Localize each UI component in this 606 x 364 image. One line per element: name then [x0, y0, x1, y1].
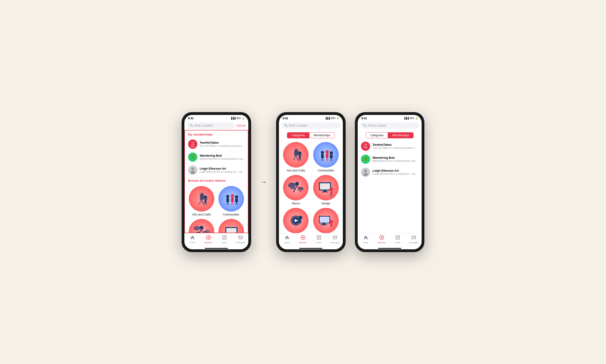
svg-text:TAKES: TAKES: [363, 147, 368, 148]
seg-memberships-3[interactable]: Memberships: [388, 132, 413, 138]
svg-line-66: [322, 158, 323, 161]
tab-messages-2[interactable]: messages: [327, 235, 343, 244]
phone-2-content: Arts and Crafts: [279, 140, 343, 233]
tab-discover-2[interactable]: discover: [295, 235, 311, 244]
tab-posts-1[interactable]: posts: [216, 235, 232, 244]
tab-home-2[interactable]: home: [279, 235, 295, 244]
member-name-3-3: Leigh Ellexson Art: [373, 169, 418, 172]
list-item[interactable]: 🌿 Wandering Bud Wandering Bud is creatin…: [185, 151, 248, 164]
tab-bar-2: home discover posts: [279, 233, 343, 247]
member-info: TwoHotTakes Two Hot Takes is creating po…: [200, 141, 245, 147]
svg-line-70: [331, 158, 332, 161]
svg-rect-55: [299, 155, 301, 159]
messages-icon-2: [333, 235, 337, 241]
tab-messages-3[interactable]: messages: [406, 235, 422, 244]
seg-categories-2[interactable]: Categories: [287, 132, 309, 138]
tab-home-1[interactable]: home: [184, 235, 200, 244]
category-dance-2[interactable]: Dance: [282, 175, 309, 205]
svg-rect-15: [205, 199, 206, 203]
search-bar-1: 🔍 Find a creator Cancel: [184, 121, 248, 130]
category-tech-2[interactable]: Technology: [312, 208, 340, 233]
member-desc-3-2: Wandering Bud is creating playful, hig..…: [373, 159, 418, 162]
category-communities-2[interactable]: Communities: [312, 142, 340, 172]
svg-point-14: [204, 195, 207, 199]
tab-label-messages-2: messages: [330, 241, 340, 244]
category-design-1[interactable]: [218, 219, 245, 233]
svg-line-27: [232, 202, 232, 205]
cancel-button-1[interactable]: Cancel: [236, 124, 245, 127]
svg-point-61: [325, 150, 329, 153]
svg-line-67: [326, 158, 327, 161]
svg-point-108: [363, 173, 368, 176]
svg-rect-76: [324, 190, 326, 192]
member-info-3-1: TwoHotTakes Two Hot Takes is creating po…: [373, 143, 418, 149]
category-img-communities-2: [313, 142, 339, 168]
svg-rect-51: [295, 149, 297, 150]
list-item[interactable]: Leigh Ellexson Art Leigh Ellexson Art is…: [358, 166, 422, 179]
category-label-arts-2: Arts and Crafts: [286, 169, 305, 172]
svg-rect-92: [330, 224, 332, 227]
avatar-wb-1: 🌿: [188, 153, 197, 162]
category-label-design-2: Design: [322, 202, 330, 205]
tab-discover-1[interactable]: discover: [200, 235, 216, 244]
tab-label-messages-1: messages: [236, 241, 245, 244]
category-arts-2[interactable]: Arts and Crafts: [282, 142, 309, 172]
category-video-2[interactable]: Film & Video: [282, 208, 309, 233]
tab-home-3[interactable]: home: [358, 235, 374, 244]
svg-rect-86: [299, 220, 301, 223]
category-label-communities-1: Communities: [223, 213, 239, 216]
seg-categories-3[interactable]: Categories: [366, 132, 388, 138]
tab-label-discover-2: discover: [299, 241, 307, 244]
tab-messages-1[interactable]: messages: [232, 235, 248, 244]
posts-icon-3: [395, 235, 400, 241]
category-img-design-2: [313, 175, 339, 200]
tab-discover-3[interactable]: discover: [374, 235, 390, 244]
search-bar-2: 🔍 Find a creator: [279, 121, 343, 130]
browse-themes-label: Browse all creator themes: [185, 177, 248, 184]
phone-2: 9:41 ▐▐▐ WiFi 🔋 🔍 Find a creator Categor…: [276, 112, 346, 252]
svg-point-43: [208, 237, 209, 238]
list-item[interactable]: 🌿 Wandering Bud Wandering Bud is creatin…: [358, 153, 422, 166]
home-bar-1: [205, 248, 228, 249]
member-desc: Leigh Ellexson Art is creating art + vid…: [200, 170, 245, 173]
member-desc: Wandering Bud is creating playful, hig..…: [200, 157, 245, 160]
svg-point-8: [190, 171, 195, 174]
category-label-arts-1: Arts and Crafts: [192, 213, 211, 216]
search-icon-2: 🔍: [284, 124, 287, 127]
svg-line-26: [228, 202, 229, 205]
discover-icon-1: [206, 235, 211, 241]
svg-rect-89: [320, 217, 329, 223]
tab-label-posts-2: posts: [316, 241, 322, 244]
category-arts-1[interactable]: Arts and Crafts: [188, 186, 215, 216]
svg-point-7: [191, 168, 194, 170]
status-icons-1: ▐▐▐ WiFi 🔋: [231, 117, 245, 119]
category-dance-1[interactable]: [188, 219, 215, 233]
svg-line-65: [322, 158, 322, 161]
category-communities-1[interactable]: Communities: [218, 186, 245, 216]
tab-label-home-2: home: [284, 241, 290, 244]
svg-point-54: [298, 152, 301, 155]
list-item[interactable]: TWO HOT TAKES TwoHotTakes Two Hot Takes …: [358, 140, 422, 153]
category-grid-2: Arts and Crafts: [279, 140, 343, 233]
seg-memberships-2[interactable]: Memberships: [309, 132, 335, 138]
list-item[interactable]: Leigh Ellexson Art Leigh Ellexson Art is…: [185, 164, 248, 177]
svg-line-30: [236, 202, 237, 205]
search-input-wrap-3[interactable]: 🔍 Find a creator: [361, 122, 419, 129]
category-img-design-1: [219, 219, 244, 233]
category-design-2[interactable]: Design: [312, 175, 340, 205]
tab-posts-2[interactable]: posts: [311, 235, 327, 244]
search-input-wrap-1[interactable]: 🔍 Find a creator: [187, 122, 234, 129]
list-item[interactable]: TWO HOT TAKES TwoHotTakes Two Hot Takes …: [185, 138, 248, 151]
time-2: 9:41: [283, 117, 288, 120]
tab-posts-3[interactable]: posts: [390, 235, 406, 244]
svg-line-25: [227, 202, 228, 205]
phone-3: 9:41 ▐▐▐ WiFi 🔋 🔍 Find a creator Categor…: [355, 112, 424, 252]
svg-line-81: [332, 195, 332, 196]
wifi-icon-3: WiFi: [410, 117, 414, 119]
member-info: Leigh Ellexson Art Leigh Ellexson Art is…: [200, 167, 245, 173]
svg-text:HOT: HOT: [364, 145, 367, 147]
search-input-wrap-2[interactable]: 🔍 Find a creator: [282, 122, 340, 129]
svg-line-69: [330, 158, 331, 161]
avatar-lea-1: [188, 165, 197, 175]
svg-rect-75: [320, 183, 330, 190]
